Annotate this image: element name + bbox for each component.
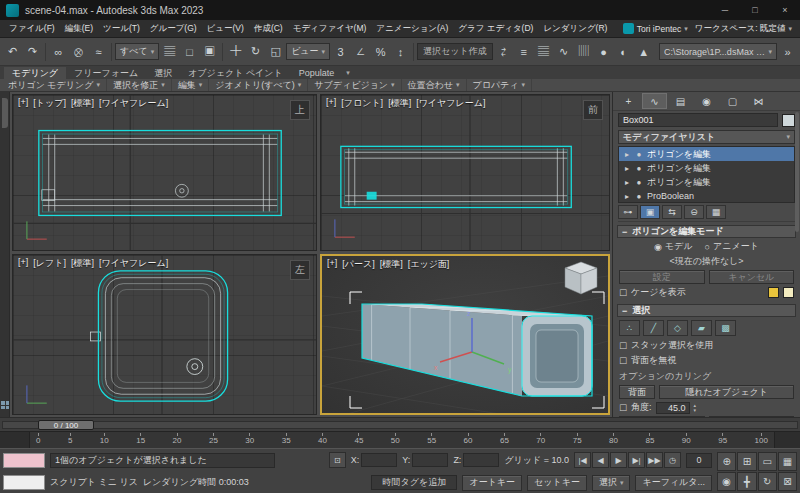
snap-toggle-3d-icon[interactable]: 3 bbox=[331, 41, 350, 62]
selection-rollout-header[interactable]: − 選択 bbox=[617, 304, 796, 317]
viewport-style-menu[interactable]: [標準] bbox=[380, 258, 403, 271]
select-region-icon[interactable]: □ bbox=[180, 41, 199, 62]
spinner-icon[interactable]: ▴ ▾ bbox=[694, 403, 697, 413]
viewport-left[interactable]: [+] [レフト] [標準] [ワイヤフレーム] 左 bbox=[12, 254, 317, 415]
select-rotate-icon[interactable]: ↻ bbox=[246, 41, 265, 62]
viewport-front[interactable]: [+] [フロント] [標準] [ワイヤフレーム] 前 bbox=[320, 94, 610, 251]
viewport-general-menu[interactable]: [+] bbox=[326, 97, 336, 110]
viewport-layout-tab[interactable] bbox=[2, 98, 8, 128]
cancel-button[interactable]: キャンセル bbox=[709, 270, 795, 284]
viewcube-icon[interactable]: 前 bbox=[583, 100, 603, 120]
visibility-toggle-icon[interactable]: ● bbox=[635, 178, 643, 187]
visibility-toggle-icon[interactable]: ● bbox=[635, 164, 643, 173]
current-frame-field[interactable]: 0 bbox=[686, 453, 712, 468]
configure-modifier-sets-icon[interactable]: ▦ bbox=[706, 205, 726, 219]
viewcube-icon[interactable]: 左 bbox=[290, 260, 310, 280]
reference-coordinate-dropdown[interactable]: ビュー ▾ bbox=[286, 43, 330, 60]
modifier-stack-item[interactable]: ▸ ● ポリゴンを編集 bbox=[619, 147, 794, 161]
spinner-snap-icon[interactable]: ↕ bbox=[391, 41, 410, 62]
motion-tab[interactable]: ◉ bbox=[694, 93, 719, 109]
expand-icon[interactable]: ▸ bbox=[623, 164, 631, 173]
ignore-backfacing-checkbox[interactable]: ☐ 背面を無視 bbox=[619, 354, 794, 367]
go-to-start-icon[interactable]: |◀ bbox=[574, 452, 591, 468]
utilities-tab[interactable]: ⋈ bbox=[746, 93, 771, 109]
zoom-region-icon[interactable]: ▦ bbox=[778, 452, 797, 471]
hierarchy-tab[interactable]: ▤ bbox=[668, 93, 693, 109]
element-mode-icon[interactable]: ▩ bbox=[715, 320, 736, 336]
remove-modifier-icon[interactable]: ⊖ bbox=[684, 205, 704, 219]
y-coordinate-field[interactable] bbox=[412, 453, 448, 467]
expand-icon[interactable]: ▸ bbox=[623, 178, 631, 187]
select-scale-icon[interactable]: ◱ bbox=[266, 41, 285, 62]
viewport-general-menu[interactable]: [+] bbox=[18, 97, 28, 110]
viewport-quad-layout-icon[interactable] bbox=[1, 401, 9, 409]
pan-icon[interactable]: ╋ bbox=[737, 472, 756, 491]
viewport-layout-tab-bar[interactable] bbox=[0, 92, 10, 417]
play-icon[interactable]: ▶ bbox=[610, 452, 627, 468]
backface-culling-button[interactable]: 背面 bbox=[619, 385, 655, 399]
menu-item[interactable]: モディファイヤ(M) bbox=[288, 20, 372, 37]
edit-poly-mode-rollout-header[interactable]: − ポリゴンを編集モード bbox=[617, 225, 796, 238]
curve-editor-icon[interactable]: ∿ bbox=[554, 41, 573, 62]
expand-icon[interactable]: ▸ bbox=[623, 150, 631, 159]
add-time-tag-field[interactable]: 時間タグを追加 bbox=[371, 475, 457, 490]
pin-stack-icon[interactable]: ⊶ bbox=[618, 205, 638, 219]
render-icon[interactable]: ▲ bbox=[634, 41, 653, 62]
workspace-selector[interactable]: ワークスペース: 既定値 ▾ bbox=[691, 23, 796, 35]
by-angle-checkbox[interactable]: ☐ 角度: 45.0 ▴ ▾ bbox=[619, 401, 794, 414]
ribbon-tab[interactable]: Populate bbox=[291, 67, 343, 79]
viewport-shading-menu[interactable]: [エッジ面] bbox=[408, 258, 450, 271]
previous-frame-icon[interactable]: ◀ bbox=[592, 452, 609, 468]
unlink-icon[interactable]: ⊗ bbox=[69, 41, 88, 62]
menu-item[interactable]: グラフ エディタ(D) bbox=[453, 20, 538, 37]
schematic-view-icon[interactable]: ▥ bbox=[574, 41, 593, 62]
user-avatar[interactable] bbox=[623, 23, 634, 34]
menu-item[interactable]: レンダリング(R) bbox=[538, 20, 612, 37]
time-slider-handle[interactable]: 0 / 100 bbox=[38, 420, 94, 430]
ribbon-panel-dropdown[interactable]: ジオメトリ(すべて) ▾ bbox=[209, 79, 308, 91]
ribbon-tab[interactable]: フリーフォーム bbox=[66, 67, 146, 79]
time-slider-track[interactable] bbox=[2, 421, 798, 429]
show-end-result-icon[interactable]: ▣ bbox=[640, 205, 660, 219]
select-by-name-icon[interactable]: ▤ bbox=[160, 41, 179, 62]
redo-icon[interactable]: ↷ bbox=[23, 41, 42, 62]
visibility-toggle-icon[interactable]: ● bbox=[635, 150, 643, 159]
ribbon-panel-dropdown[interactable]: プロパティ ▾ bbox=[467, 79, 533, 91]
viewport-general-menu[interactable]: [+] bbox=[18, 257, 28, 270]
bind-spacewarp-icon[interactable]: ≈ bbox=[89, 41, 108, 62]
ribbon-panel-dropdown[interactable]: サブディビジョン ▾ bbox=[308, 79, 401, 91]
ribbon-tab[interactable]: オブジェクト ペイント bbox=[180, 67, 291, 79]
percent-snap-icon[interactable]: % bbox=[371, 41, 390, 62]
ribbon-tab[interactable]: モデリング bbox=[4, 67, 66, 79]
auto-key-button[interactable]: オートキー bbox=[462, 475, 522, 491]
viewport-pov-menu[interactable]: [パース] bbox=[342, 258, 374, 271]
select-link-icon[interactable]: ∞ bbox=[49, 41, 68, 62]
viewport-perspective-active[interactable]: [+] [パース] [標準] [エッジ面] bbox=[320, 254, 610, 415]
maximize-button[interactable]: □ bbox=[740, 0, 770, 20]
polygon-mode-icon[interactable]: ▰ bbox=[691, 320, 712, 336]
z-coordinate-field[interactable] bbox=[463, 453, 499, 467]
display-tab[interactable]: ▢ bbox=[720, 93, 745, 109]
modifier-stack-item[interactable]: ▸ ● ProBoolean bbox=[619, 189, 794, 203]
ribbon-config-icon[interactable]: ▾ bbox=[346, 69, 350, 77]
viewcube-icon[interactable]: 上 bbox=[290, 100, 310, 120]
viewport-pov-menu[interactable]: [フロント] bbox=[341, 97, 383, 110]
zoom-extents-icon[interactable]: ▭ bbox=[758, 452, 777, 471]
angle-snap-icon[interactable]: ∠ bbox=[351, 41, 370, 62]
border-mode-icon[interactable]: ◇ bbox=[667, 320, 688, 336]
menu-item[interactable]: グループ(G) bbox=[145, 20, 202, 37]
time-config-icon[interactable]: ◷ bbox=[664, 452, 681, 468]
edge-mode-icon[interactable]: ╱ bbox=[643, 320, 664, 336]
toolbar-overflow-button[interactable]: » bbox=[778, 41, 797, 62]
selection-filter-dropdown[interactable]: すべて ▾ bbox=[115, 43, 159, 60]
layer-manager-icon[interactable]: ▤ bbox=[534, 41, 553, 62]
make-unique-icon[interactable]: ⇆ bbox=[662, 205, 682, 219]
viewport-style-menu[interactable]: [標準] bbox=[388, 97, 411, 110]
close-button[interactable]: × bbox=[770, 0, 800, 20]
animate-radio[interactable]: ○ アニメート bbox=[705, 240, 759, 253]
ribbon-panel-dropdown[interactable]: 位置合わせ ▾ bbox=[402, 79, 467, 91]
viewport-general-menu[interactable]: [+] bbox=[327, 258, 337, 271]
maximize-viewport-icon[interactable]: ⊠ bbox=[778, 472, 797, 491]
key-filters-button[interactable]: キーフィルタ... bbox=[635, 475, 712, 491]
undo-icon[interactable]: ↶ bbox=[3, 41, 22, 62]
